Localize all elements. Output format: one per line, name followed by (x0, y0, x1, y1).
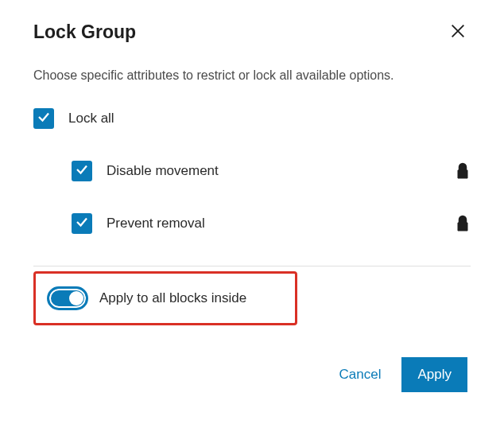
apply-inside-section: Apply to all blocks inside (33, 271, 297, 325)
checkmark-icon (75, 215, 89, 232)
modal-footer: Cancel Apply (33, 357, 471, 392)
modal-header: Lock Group (33, 19, 471, 45)
option-disable-movement: Disable movement (33, 161, 471, 181)
apply-inside-label: Apply to all blocks inside (99, 290, 246, 306)
lock-group-modal: Lock Group Choose specific attributes to… (0, 0, 504, 411)
checkmark-icon (37, 110, 51, 127)
lock-icon (455, 161, 471, 181)
disable-movement-label: Disable movement (107, 163, 455, 179)
modal-title: Lock Group (33, 21, 136, 43)
close-button[interactable] (445, 19, 471, 45)
lock-all-label: Lock all (68, 111, 471, 126)
close-icon (449, 22, 467, 42)
lock-icon (455, 214, 471, 233)
checkmark-icon (75, 162, 89, 180)
divider (33, 266, 471, 266)
disable-movement-checkbox[interactable] (72, 161, 92, 181)
lock-all-checkbox[interactable] (33, 108, 54, 129)
option-lock-all: Lock all (33, 108, 471, 129)
modal-description: Choose specific attributes to restrict o… (33, 67, 471, 84)
toggle-knob (69, 291, 83, 305)
prevent-removal-checkbox[interactable] (72, 213, 92, 234)
apply-button[interactable]: Apply (401, 357, 467, 392)
option-prevent-removal: Prevent removal (33, 213, 471, 234)
prevent-removal-label: Prevent removal (107, 216, 455, 231)
cancel-button[interactable]: Cancel (335, 360, 386, 389)
apply-inside-toggle[interactable] (47, 286, 88, 310)
